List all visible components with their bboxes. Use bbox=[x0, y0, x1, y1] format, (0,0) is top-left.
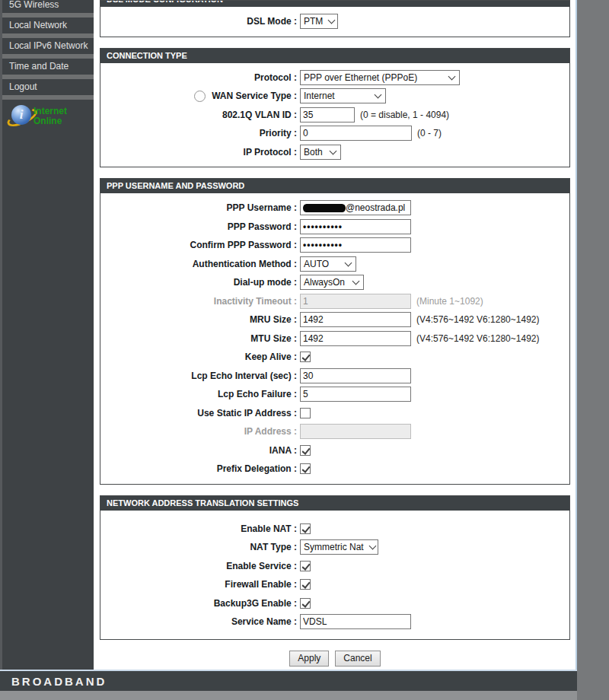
priority-input[interactable] bbox=[300, 126, 412, 141]
form-row: Authentication Method : AUTO bbox=[100, 255, 569, 274]
form-row: Inactivity Timeout : (Minute 1~1092) bbox=[100, 292, 569, 311]
nat-type-label: NAT Type : bbox=[100, 542, 297, 552]
form-row: Backup3G Enable : bbox=[100, 594, 569, 613]
nat-type-select[interactable]: Symmetric Nat bbox=[300, 539, 378, 555]
protocol-select[interactable]: PPP over Ethernet (PPPoE) bbox=[300, 70, 460, 85]
priority-label: Priority : bbox=[100, 128, 297, 138]
keep-alive-checkbox[interactable] bbox=[300, 352, 311, 362]
sidebar-item-logout[interactable]: Logout bbox=[2, 79, 94, 95]
mtu-size-label: MTU Size : bbox=[100, 333, 297, 344]
form-actions: Apply Cancel bbox=[100, 651, 570, 667]
sidebar-item-local-network[interactable]: Local Network bbox=[2, 18, 94, 33]
cancel-button[interactable]: Cancel bbox=[335, 651, 380, 667]
dialup-mode-label: Dial-up mode : bbox=[100, 277, 297, 288]
form-row: Keep Alive : bbox=[100, 348, 569, 367]
section-dsl-mode-configuration: DSL MODE CONFIGURATION DSL Mode : PTM bbox=[100, 0, 570, 37]
enable-service-checkbox[interactable] bbox=[300, 561, 311, 571]
form-row: Lcp Echo Interval (sec) : bbox=[100, 367, 569, 386]
chevron-down-icon bbox=[375, 91, 382, 99]
main-content: DSL MODE CONFIGURATION DSL Mode : PTM bbox=[94, 0, 577, 670]
form-row: PPP Password : bbox=[100, 218, 569, 237]
form-row: NAT Type : Symmetric Nat bbox=[100, 538, 569, 557]
form-row: Prefix Delegation : bbox=[100, 460, 569, 479]
form-row: Firewall Enable : bbox=[100, 575, 569, 594]
form-row: Protocol : PPP over Ethernet (PPPoE) bbox=[100, 68, 569, 88]
backup3g-enable-checkbox[interactable] bbox=[300, 598, 311, 609]
form-row: Priority : (0 - 7) bbox=[100, 124, 569, 143]
globe-internet-icon: i bbox=[7, 103, 37, 130]
footer-bar: BROADBAND bbox=[0, 670, 577, 691]
form-row: Enable NAT : bbox=[100, 520, 569, 539]
iana-checkbox[interactable] bbox=[300, 445, 311, 456]
backup3g-enable-label: Backup3G Enable : bbox=[100, 598, 297, 609]
dsl-mode-select[interactable]: PTM bbox=[300, 14, 338, 29]
mtu-size-hint: (V4:576~1492 V6:1280~1492) bbox=[416, 333, 539, 344]
chevron-down-icon bbox=[345, 259, 352, 266]
chevron-down-icon bbox=[328, 17, 336, 24]
section-title: DSL MODE CONFIGURATION bbox=[100, 1, 569, 7]
dialup-mode-select[interactable]: AlwaysOn bbox=[300, 275, 364, 290]
prefix-delegation-checkbox[interactable] bbox=[300, 463, 311, 474]
dsl-mode-label: DSL Mode : bbox=[100, 16, 297, 27]
wan-service-type-select[interactable]: Internet bbox=[300, 88, 386, 103]
sidebar-item-local-ipv6-network[interactable]: Local IPv6 Network bbox=[2, 38, 94, 54]
form-row: IP Protocol : Both bbox=[100, 143, 569, 162]
vlan-id-input[interactable] bbox=[300, 107, 355, 123]
chevron-down-icon bbox=[330, 147, 337, 154]
service-name-label: Service Name : bbox=[100, 616, 297, 627]
mru-size-label: MRU Size : bbox=[100, 314, 297, 325]
section-title: PPP USERNAME AND PASSWORD bbox=[100, 179, 569, 193]
ip-address-label: IP Address : bbox=[100, 426, 297, 437]
service-name-input[interactable] bbox=[300, 614, 411, 629]
firewall-enable-label: Firewall Enable : bbox=[100, 579, 297, 590]
section-ppp-username-password: PPP USERNAME AND PASSWORD PPP Username :… bbox=[100, 178, 570, 485]
section-title: NETWORK ADDRESS TRANSLATION SETTINGS bbox=[100, 496, 569, 511]
mru-size-hint: (V4:576~1492 V6:1280~1492) bbox=[416, 314, 539, 325]
form-row: Confirm PPP Password : bbox=[100, 236, 569, 255]
internet-status-panel: i Internet Online bbox=[2, 100, 94, 670]
sidebar-item-5g-wireless[interactable]: 5G Wireless bbox=[2, 0, 94, 13]
enable-service-label: Enable Service : bbox=[100, 561, 297, 571]
lcp-echo-interval-input[interactable] bbox=[300, 368, 411, 383]
form-row: Lcp Echo Failure : bbox=[100, 385, 569, 404]
section-title: CONNECTION TYPE bbox=[100, 49, 569, 63]
lcp-echo-interval-label: Lcp Echo Interval (sec) : bbox=[100, 371, 297, 381]
mru-size-input[interactable] bbox=[300, 312, 411, 327]
ppp-username-input[interactable]: @neostrada.pl bbox=[300, 200, 411, 215]
section-connection-type: CONNECTION TYPE Protocol : PPP over Ethe… bbox=[100, 48, 570, 168]
protocol-label: Protocol : bbox=[100, 72, 297, 83]
status-line-2: Online bbox=[33, 116, 67, 126]
use-static-ip-checkbox[interactable] bbox=[300, 408, 311, 418]
lcp-echo-failure-input[interactable] bbox=[300, 387, 411, 402]
enable-nat-checkbox[interactable] bbox=[300, 523, 311, 534]
firewall-enable-checkbox[interactable] bbox=[300, 579, 311, 590]
wan-service-type-label: WAN Service Type : bbox=[100, 91, 297, 102]
form-row: MRU Size : (V4:576~1492 V6:1280~1492) bbox=[100, 310, 569, 329]
ip-protocol-select[interactable]: Both bbox=[300, 145, 341, 160]
chevron-down-icon bbox=[352, 278, 360, 285]
ppp-password-input[interactable] bbox=[300, 219, 411, 234]
redaction-blob bbox=[303, 204, 346, 212]
inactivity-timeout-label: Inactivity Timeout : bbox=[100, 296, 297, 307]
confirm-ppp-password-input[interactable] bbox=[300, 237, 411, 253]
mtu-size-input[interactable] bbox=[300, 331, 411, 346]
vlan-id-hint: (0 = disable, 1 - 4094) bbox=[360, 110, 449, 120]
form-row: IP Address : bbox=[100, 422, 569, 441]
enable-nat-label: Enable NAT : bbox=[100, 523, 297, 534]
authentication-method-select[interactable]: AUTO bbox=[300, 256, 356, 272]
form-row: Enable Service : bbox=[100, 557, 569, 576]
inactivity-timeout-hint: (Minute 1~1092) bbox=[416, 296, 483, 307]
prefix-delegation-label: Prefix Delegation : bbox=[100, 463, 297, 474]
globe-sphere: i bbox=[11, 105, 31, 125]
iana-label: IANA : bbox=[100, 445, 297, 456]
keep-alive-label: Keep Alive : bbox=[100, 352, 297, 362]
sidebar-item-time-and-date[interactable]: Time and Date bbox=[2, 59, 94, 75]
form-row: IANA : bbox=[100, 441, 569, 460]
apply-button[interactable]: Apply bbox=[289, 651, 329, 667]
vlan-id-label: 802.1Q VLAN ID : bbox=[100, 110, 297, 120]
form-row: Dial-up mode : AlwaysOn bbox=[100, 273, 569, 292]
ip-protocol-label: IP Protocol : bbox=[100, 147, 297, 158]
wan-service-type-radio[interactable] bbox=[194, 91, 206, 102]
form-row: 802.1Q VLAN ID : (0 = disable, 1 - 4094) bbox=[100, 106, 569, 125]
lcp-echo-failure-label: Lcp Echo Failure : bbox=[100, 389, 297, 399]
